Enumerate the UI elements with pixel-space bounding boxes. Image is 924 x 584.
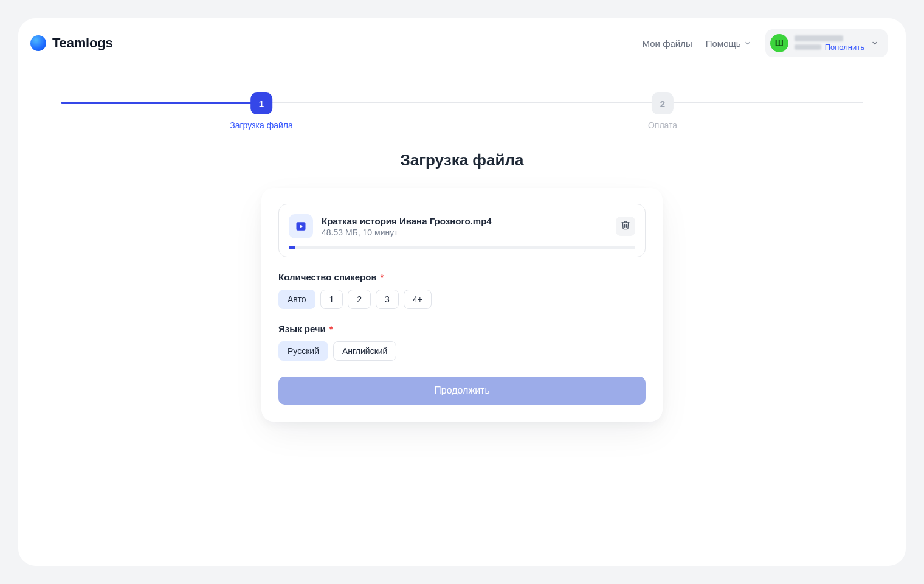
logo-text: Teamlogs (52, 35, 112, 51)
trash-icon (621, 220, 630, 232)
header: Teamlogs Мои файлы Помощь Ш Пополнить (18, 18, 906, 68)
step-label: Оплата (648, 120, 677, 130)
file-name: Краткая история Ивана Грозного.mp4 (322, 216, 607, 226)
speakers-option[interactable]: 4+ (404, 290, 432, 309)
step-2[interactable]: 2Оплата (648, 92, 677, 130)
speakers-options: Авто1234+ (278, 290, 646, 309)
upload-card: Краткая история Ивана Грозного.mp4 48.53… (261, 188, 663, 422)
continue-button[interactable]: Продолжить (278, 377, 646, 405)
speakers-option[interactable]: 2 (348, 290, 371, 309)
nav-help[interactable]: Помощь (706, 38, 752, 49)
required-mark: * (381, 272, 384, 282)
video-file-icon (289, 214, 313, 238)
language-option[interactable]: Английский (333, 341, 396, 361)
speakers-group: Количество спикеров * Авто1234+ (278, 272, 646, 309)
speakers-option[interactable]: 1 (320, 290, 343, 309)
step-badge: 2 (652, 92, 674, 114)
app-window: Teamlogs Мои файлы Помощь Ш Пополнить (18, 18, 906, 566)
delete-file-button[interactable] (616, 217, 635, 236)
avatar: Ш (770, 34, 788, 52)
stepper: 1Загрузка файла2Оплата (61, 92, 863, 141)
language-option[interactable]: Русский (278, 341, 328, 361)
user-balance-redacted (795, 44, 821, 50)
topup-link[interactable]: Пополнить (825, 43, 864, 52)
language-label: Язык речи (278, 324, 326, 334)
step-label: Загрузка файла (230, 120, 293, 130)
user-info: Пополнить (795, 35, 864, 52)
required-mark: * (329, 324, 333, 334)
upload-progress-fill (289, 246, 295, 249)
user-name-redacted (795, 35, 843, 41)
language-group: Язык речи * РусскийАнглийский (278, 324, 646, 361)
language-options: РусскийАнглийский (278, 341, 646, 361)
file-meta: 48.53 МБ, 10 минут (322, 228, 607, 237)
page-title: Загрузка файла (18, 151, 906, 170)
logo-mark-icon (30, 35, 46, 51)
step-badge: 1 (250, 92, 272, 114)
speakers-option[interactable]: Авто (278, 290, 315, 309)
nav-help-label: Помощь (706, 38, 741, 49)
upload-progress (289, 246, 635, 249)
step-1[interactable]: 1Загрузка файла (230, 92, 293, 130)
user-menu[interactable]: Ш Пополнить (765, 29, 888, 57)
header-right: Мои файлы Помощь Ш Пополнить (643, 29, 888, 57)
chevron-down-icon (743, 39, 752, 47)
chevron-down-icon (871, 39, 879, 47)
speakers-option[interactable]: 3 (376, 290, 399, 309)
file-row: Краткая история Ивана Грозного.mp4 48.53… (278, 204, 646, 257)
logo[interactable]: Teamlogs (30, 35, 112, 51)
nav-my-files[interactable]: Мои файлы (643, 38, 692, 49)
speakers-label: Количество спикеров (278, 272, 377, 282)
